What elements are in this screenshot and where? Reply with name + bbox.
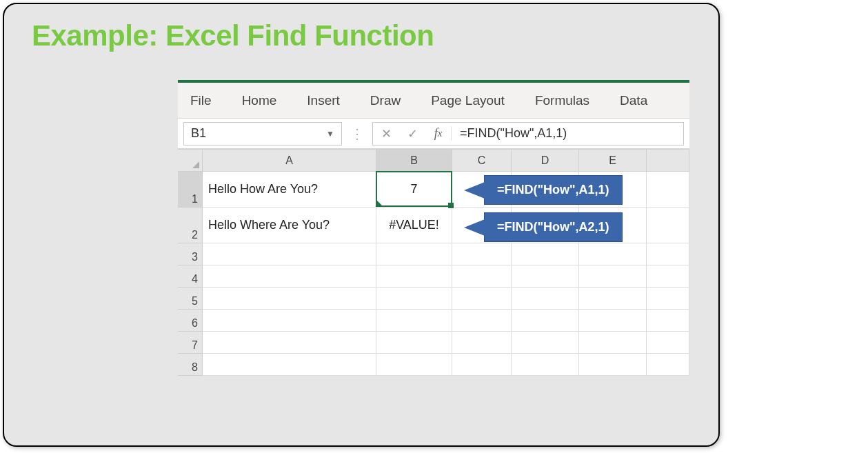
row-header-6[interactable]: 6	[178, 310, 203, 332]
cell-f7[interactable]	[647, 332, 689, 354]
callout-b1-formula: =FIND("How",A1,1)	[484, 175, 623, 205]
cell-e3[interactable]	[579, 243, 647, 265]
cell-a4[interactable]	[203, 265, 376, 288]
cell-f6[interactable]	[647, 310, 689, 332]
cell-d5[interactable]	[512, 288, 579, 310]
cell-e4[interactable]	[579, 265, 647, 288]
tab-file[interactable]: File	[186, 83, 216, 118]
cell-b3[interactable]	[376, 243, 452, 265]
cell-d3[interactable]	[512, 243, 579, 265]
cell-a6[interactable]	[203, 310, 376, 332]
cell-c4[interactable]	[452, 265, 512, 288]
row-header-8[interactable]: 8	[178, 354, 203, 376]
col-header-blank[interactable]	[647, 150, 689, 172]
cell-b5[interactable]	[376, 288, 452, 310]
page-title: Example: Excel Find Function	[4, 4, 718, 52]
cancel-icon[interactable]: ✕	[373, 126, 399, 141]
cell-c3[interactable]	[452, 243, 512, 265]
col-header-d[interactable]: D	[512, 150, 579, 172]
tab-data[interactable]: Data	[616, 83, 652, 118]
cell-f2[interactable]	[647, 208, 689, 243]
cell-c5[interactable]	[452, 288, 512, 310]
cell-a8[interactable]	[203, 354, 376, 376]
formula-input[interactable]: =FIND("How",A1,1)	[452, 126, 567, 141]
cell-f5[interactable]	[647, 288, 689, 310]
col-header-c[interactable]: C	[452, 150, 512, 172]
cell-b4[interactable]	[376, 265, 452, 288]
col-header-a[interactable]: A	[203, 150, 376, 172]
row-header-2[interactable]: 2	[178, 208, 203, 243]
cell-a1[interactable]: Hello How Are You?	[203, 172, 376, 208]
tab-insert[interactable]: Insert	[303, 83, 344, 118]
cell-e7[interactable]	[579, 332, 647, 354]
col-header-b[interactable]: B	[376, 150, 452, 172]
cell-b1[interactable]: 7	[376, 172, 452, 208]
name-box-value: B1	[191, 126, 206, 141]
worksheet: A B C D E 1 Hello How Are You? 7 2 Hello…	[178, 149, 689, 376]
cell-c8[interactable]	[452, 354, 512, 376]
cell-e8[interactable]	[579, 354, 647, 376]
cell-b6[interactable]	[376, 310, 452, 332]
cell-d4[interactable]	[512, 265, 579, 288]
cell-d7[interactable]	[512, 332, 579, 354]
cell-a3[interactable]	[203, 243, 376, 265]
cell-a7[interactable]	[203, 332, 376, 354]
cell-a2[interactable]: Hello Where Are You?	[203, 208, 376, 243]
tab-formulas[interactable]: Formulas	[531, 83, 594, 118]
cell-d6[interactable]	[512, 310, 579, 332]
cell-c7[interactable]	[452, 332, 512, 354]
cell-a5[interactable]	[203, 288, 376, 310]
row-header-7[interactable]: 7	[178, 332, 203, 354]
col-header-e[interactable]: E	[579, 150, 647, 172]
row-header-4[interactable]: 4	[178, 265, 203, 288]
cell-d8[interactable]	[512, 354, 579, 376]
ribbon-tabs: File Home Insert Draw Page Layout Formul…	[178, 83, 689, 119]
cell-f3[interactable]	[647, 243, 689, 265]
callout-b2-formula: =FIND("How",A2,1)	[484, 212, 623, 242]
formula-bar: B1 ▼ ⋮ ✕ ✓ fx =FIND("How",A1,1)	[178, 119, 689, 149]
cell-b7[interactable]	[376, 332, 452, 354]
row-header-1[interactable]: 1	[178, 172, 203, 208]
cell-c6[interactable]	[452, 310, 512, 332]
tab-home[interactable]: Home	[238, 83, 281, 118]
cell-f1[interactable]	[647, 172, 689, 208]
cell-b8[interactable]	[376, 354, 452, 376]
cell-e6[interactable]	[579, 310, 647, 332]
cell-f4[interactable]	[647, 265, 689, 288]
divider-dots: ⋮	[349, 130, 365, 137]
formula-bar-group: ✕ ✓ fx =FIND("How",A1,1)	[372, 122, 684, 145]
cell-e5[interactable]	[579, 288, 647, 310]
chevron-down-icon[interactable]: ▼	[326, 129, 334, 139]
fx-icon[interactable]: fx	[425, 126, 452, 141]
example-card: Example: Excel Find Function File Home I…	[3, 3, 720, 447]
name-box[interactable]: B1 ▼	[183, 122, 342, 145]
select-all-button[interactable]	[178, 150, 203, 172]
tab-draw[interactable]: Draw	[366, 83, 405, 118]
cell-f8[interactable]	[647, 354, 689, 376]
row-header-5[interactable]: 5	[178, 288, 203, 310]
excel-window: File Home Insert Draw Page Layout Formul…	[178, 80, 689, 376]
tab-page-layout[interactable]: Page Layout	[427, 83, 509, 118]
enter-icon[interactable]: ✓	[399, 126, 425, 141]
cell-b2[interactable]: #VALUE!	[376, 208, 452, 243]
cell-indicator-icon	[376, 200, 383, 207]
row-header-3[interactable]: 3	[178, 243, 203, 265]
